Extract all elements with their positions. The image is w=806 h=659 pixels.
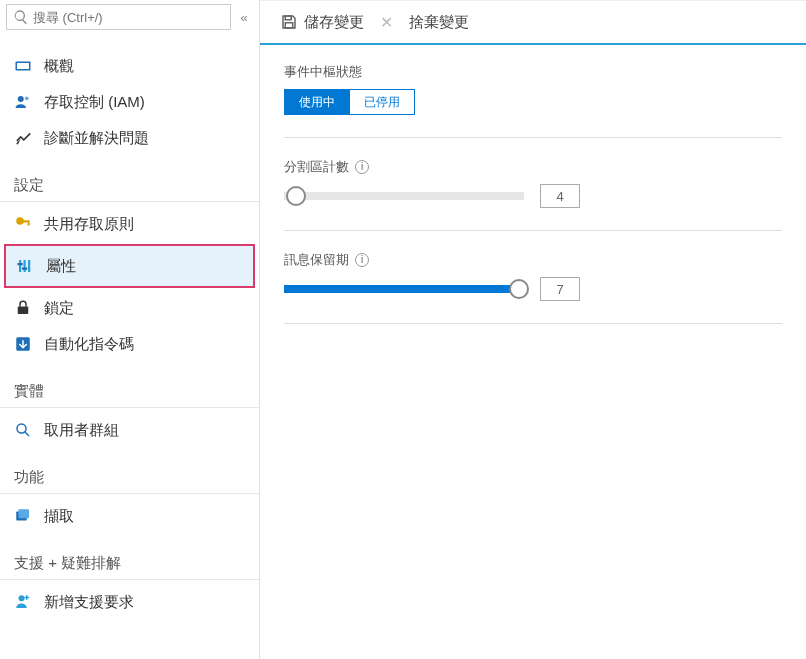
partition-slider-row: 4 bbox=[284, 184, 782, 231]
svg-rect-5 bbox=[22, 220, 30, 222]
status-segment: 使用中 已停用 bbox=[284, 89, 782, 138]
search-box[interactable] bbox=[6, 4, 231, 30]
nav-capture[interactable]: 擷取 bbox=[0, 498, 259, 534]
section-title-entities: 實體 bbox=[0, 366, 259, 408]
save-label: 儲存變更 bbox=[304, 13, 364, 32]
status-label-row: 事件中樞狀態 bbox=[284, 63, 782, 81]
groups-icon bbox=[14, 421, 32, 439]
nav-top: 概觀 存取控制 (IAM) 診斷並解決問題 bbox=[0, 38, 259, 156]
nav-label: 屬性 bbox=[46, 257, 76, 276]
nav-label: 概觀 bbox=[44, 57, 74, 76]
svg-rect-18 bbox=[285, 16, 291, 20]
nav-label: 診斷並解決問題 bbox=[44, 129, 149, 148]
save-button[interactable]: 儲存變更 bbox=[274, 9, 370, 36]
iam-icon bbox=[14, 93, 32, 111]
key-icon bbox=[14, 215, 32, 233]
svg-rect-19 bbox=[285, 23, 293, 28]
support-icon bbox=[14, 593, 32, 611]
nav-label: 共用存取原則 bbox=[44, 215, 134, 234]
nav-access-control[interactable]: 存取控制 (IAM) bbox=[0, 84, 259, 120]
partition-label-row: 分割區計數 i bbox=[284, 158, 782, 176]
partition-label: 分割區計數 bbox=[284, 158, 349, 176]
slider-thumb[interactable] bbox=[509, 279, 529, 299]
retention-value: 7 bbox=[540, 277, 580, 301]
diagnose-icon bbox=[14, 129, 32, 147]
script-icon bbox=[14, 335, 32, 353]
svg-rect-16 bbox=[19, 509, 30, 518]
nav-shared-access-policies[interactable]: 共用存取原則 bbox=[0, 206, 259, 242]
info-icon[interactable]: i bbox=[355, 160, 369, 174]
status-label: 事件中樞狀態 bbox=[284, 63, 362, 81]
retention-label-row: 訊息保留期 i bbox=[284, 251, 782, 269]
nav-label: 存取控制 (IAM) bbox=[44, 93, 145, 112]
section-entities: 實體 取用者群組 bbox=[0, 366, 259, 448]
toolbar: 儲存變更 ✕ 捨棄變更 bbox=[260, 1, 806, 45]
discard-label: 捨棄變更 bbox=[409, 13, 469, 32]
info-icon[interactable]: i bbox=[355, 253, 369, 267]
section-title-feature: 功能 bbox=[0, 452, 259, 494]
svg-rect-11 bbox=[22, 268, 27, 270]
svg-rect-6 bbox=[28, 223, 30, 226]
nav-diagnose[interactable]: 診斷並解決問題 bbox=[0, 120, 259, 156]
search-row: « bbox=[0, 0, 259, 38]
svg-rect-8 bbox=[24, 260, 26, 272]
nav-overview[interactable]: 概觀 bbox=[0, 48, 259, 84]
retention-slider-row: 7 bbox=[284, 277, 782, 324]
search-icon bbox=[13, 9, 29, 25]
lock-icon bbox=[14, 299, 32, 317]
svg-point-3 bbox=[25, 96, 29, 100]
search-input[interactable] bbox=[29, 10, 224, 25]
overview-icon bbox=[14, 57, 32, 75]
status-disabled-button[interactable]: 已停用 bbox=[350, 89, 415, 115]
content-area: 事件中樞狀態 使用中 已停用 分割區計數 i 4 訊息保留期 i 7 bbox=[260, 45, 806, 362]
svg-point-2 bbox=[18, 96, 24, 102]
nav-label: 鎖定 bbox=[44, 299, 74, 318]
retention-label: 訊息保留期 bbox=[284, 251, 349, 269]
svg-rect-9 bbox=[28, 260, 30, 272]
toolbar-separator: ✕ bbox=[380, 13, 393, 32]
sidebar: « 概觀 存取控制 (IAM) 診斷並解決問題 設定 共用存取原則 屬性 鎖定 bbox=[0, 0, 260, 659]
nav-automation-script[interactable]: 自動化指令碼 bbox=[0, 326, 259, 362]
svg-rect-7 bbox=[19, 260, 21, 272]
svg-rect-12 bbox=[18, 307, 29, 315]
svg-rect-1 bbox=[17, 63, 29, 69]
nav-label: 新增支援要求 bbox=[44, 593, 134, 612]
nav-label: 自動化指令碼 bbox=[44, 335, 134, 354]
section-settings: 設定 共用存取原則 屬性 鎖定 自動化指令碼 bbox=[0, 160, 259, 362]
main-panel: 儲存變更 ✕ 捨棄變更 事件中樞狀態 使用中 已停用 分割區計數 i 4 訊息保… bbox=[260, 0, 806, 659]
svg-rect-10 bbox=[18, 263, 23, 265]
collapse-sidebar-button[interactable]: « bbox=[235, 10, 253, 25]
section-support: 支援 + 疑難排解 新增支援要求 bbox=[0, 538, 259, 620]
capture-icon bbox=[14, 507, 32, 525]
section-title-settings: 設定 bbox=[0, 160, 259, 202]
nav-locks[interactable]: 鎖定 bbox=[0, 290, 259, 326]
nav-consumer-groups[interactable]: 取用者群組 bbox=[0, 412, 259, 448]
nav-label: 取用者群組 bbox=[44, 421, 119, 440]
retention-slider[interactable] bbox=[284, 285, 524, 293]
svg-point-17 bbox=[19, 595, 25, 601]
properties-icon bbox=[16, 257, 34, 275]
slider-thumb[interactable] bbox=[286, 186, 306, 206]
nav-new-support-request[interactable]: 新增支援要求 bbox=[0, 584, 259, 620]
nav-properties[interactable]: 屬性 bbox=[4, 244, 255, 288]
nav-label: 擷取 bbox=[44, 507, 74, 526]
section-feature: 功能 擷取 bbox=[0, 452, 259, 534]
partition-value: 4 bbox=[540, 184, 580, 208]
section-title-support: 支援 + 疑難排解 bbox=[0, 538, 259, 580]
partition-slider[interactable] bbox=[284, 192, 524, 200]
discard-button[interactable]: 捨棄變更 bbox=[403, 9, 475, 36]
save-icon bbox=[280, 13, 298, 31]
status-active-button[interactable]: 使用中 bbox=[284, 89, 350, 115]
slider-fill bbox=[284, 285, 519, 293]
